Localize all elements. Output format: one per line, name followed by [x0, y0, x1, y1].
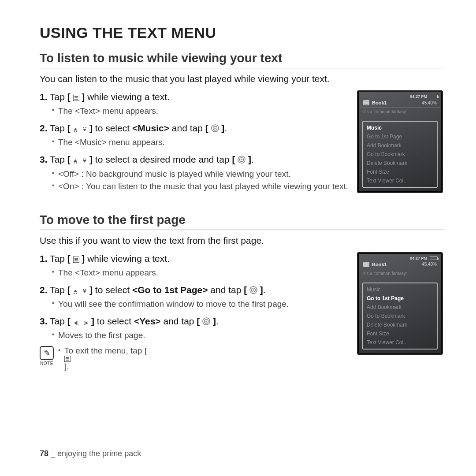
step-text: Tap: [48, 316, 67, 326]
menu-icon: [73, 95, 79, 101]
section-first-page: To move to the first page Use this if yo…: [40, 213, 445, 372]
device-menu-item: Delete Bookmark: [363, 159, 437, 167]
menu-icon: [73, 257, 79, 263]
page-number: 78: [40, 449, 48, 458]
footer-sep: _: [48, 449, 57, 458]
step-text: to select: [93, 285, 132, 295]
device-faint-text: It's a common fantasy:: [360, 108, 440, 119]
section2-intro: Use this if you want to view the text fr…: [40, 235, 445, 246]
ok-icon: [249, 286, 257, 294]
step-text: and tap: [169, 123, 205, 133]
down-icon: [82, 158, 87, 164]
step-detail: The <Music> menu appears.: [52, 137, 351, 149]
device-menu-item: Go to 1st Page: [363, 294, 437, 303]
device-book-title: Book1: [372, 100, 387, 105]
step-bold: <Music>: [132, 123, 169, 133]
device-progress: 45.40%: [422, 262, 437, 267]
device-menu: Music Go to 1st Page Add Bookmark Go to …: [362, 121, 438, 188]
chapter-name: enjoying the prime pack: [57, 449, 141, 458]
step-text: to select: [93, 123, 132, 133]
step-bold: <Go to 1st Page>: [132, 285, 208, 295]
note-text: .: [67, 362, 69, 371]
step-text: while viewing a text.: [85, 92, 170, 102]
step-text: and tap: [208, 285, 244, 295]
ok-icon: [211, 124, 219, 132]
up-icon: [73, 158, 78, 164]
up-icon: [73, 127, 78, 132]
device-progress: 45.40%: [422, 100, 437, 105]
book-icon: [363, 262, 369, 267]
step-text: .: [251, 154, 254, 164]
device-menu-item: Font Size: [363, 167, 437, 176]
step-detail: Moves to the first page.: [52, 330, 351, 342]
section2-heading: To move to the first page: [40, 213, 445, 230]
step-detail: <Off> : No background music is played wh…: [52, 168, 351, 180]
menu-icon: [64, 356, 147, 362]
down-icon: [82, 289, 87, 294]
up-icon: [73, 289, 78, 294]
battery-icon: [430, 257, 438, 260]
step-detail: The <Text> menu appears.: [52, 267, 351, 279]
step-number: 3.: [40, 154, 48, 164]
device-faint-text: It's a common fantasy:: [360, 269, 440, 281]
down-icon: [82, 127, 87, 132]
device-menu-item: Go to 1st Page: [363, 132, 437, 141]
step-number: 1.: [40, 253, 48, 264]
right-icon: [83, 321, 89, 325]
note-icon: ✎: [40, 346, 54, 360]
step-text: Tap: [48, 285, 67, 295]
device-menu-item: Font Size: [363, 329, 437, 338]
step-text: .: [224, 123, 227, 133]
device-menu-item: Text Viewer Col..: [363, 176, 437, 185]
section1-heading: To listen to music while viewing your te…: [40, 51, 445, 68]
device-menu: Music Go to 1st Page Add Bookmark Go to …: [362, 283, 438, 350]
ok-icon: [238, 156, 245, 164]
step-text: Tap: [48, 123, 67, 133]
device-menu-item: Go to Bookmark: [363, 150, 437, 159]
device-menu-item: Music: [363, 285, 437, 294]
step-number: 2.: [40, 285, 48, 295]
device-menu-item: Go to Bookmark: [363, 312, 437, 320]
step-detail: You will see the confirmation window to …: [52, 298, 351, 310]
device-time: 04:27 PM: [410, 94, 427, 99]
device-menu-item: Music: [363, 123, 437, 132]
device-menu-item: Text Viewer Col..: [363, 338, 437, 347]
step-bold: <Yes>: [134, 316, 161, 326]
battery-icon: [430, 95, 438, 98]
device-menu-item: Delete Bookmark: [363, 320, 437, 329]
step-text: Tap: [48, 92, 67, 102]
step-number: 1.: [40, 92, 48, 102]
step-text: Tap: [48, 154, 67, 164]
page-title: USING THE TEXT MENU: [40, 24, 445, 41]
step-detail: The <Text> menu appears.: [52, 105, 351, 117]
step-text: to select a desired mode and tap: [93, 154, 232, 164]
step-text: Tap: [48, 253, 67, 264]
device-menu-item: Add Bookmark: [363, 303, 437, 312]
section-listen-music: To listen to music while viewing your te…: [40, 51, 445, 197]
section1-intro: You can listen to the music that you las…: [40, 74, 445, 84]
page-footer: 78 _ enjoying the prime pack: [40, 449, 141, 458]
step-text: .: [263, 285, 266, 295]
device-menu-item: Add Bookmark: [363, 141, 437, 150]
left-icon: [73, 321, 78, 325]
book-icon: [363, 100, 369, 105]
step-text: and tap: [161, 316, 197, 326]
step-detail: <On> : You can listen to the music that …: [52, 181, 351, 193]
note-label: NOTE: [40, 361, 53, 366]
ok-icon: [202, 317, 210, 325]
step-text: .: [216, 316, 219, 326]
step-text: to select: [94, 316, 134, 326]
device-mock: 04:27 PM Book1 45.40% It's a common fant…: [357, 90, 443, 193]
note: ✎ NOTE To exit the menu, tap [ ].: [40, 346, 351, 372]
step-number: 2.: [40, 123, 48, 133]
note-text: To exit the menu, tap: [64, 346, 145, 355]
device-mock: 04:27 PM Book1 45.40% It's a common fant…: [357, 252, 443, 355]
device-time: 04:27 PM: [410, 256, 427, 260]
device-book-title: Book1: [372, 262, 387, 267]
step-number: 3.: [40, 316, 48, 326]
step-text: while viewing a text.: [85, 253, 170, 264]
